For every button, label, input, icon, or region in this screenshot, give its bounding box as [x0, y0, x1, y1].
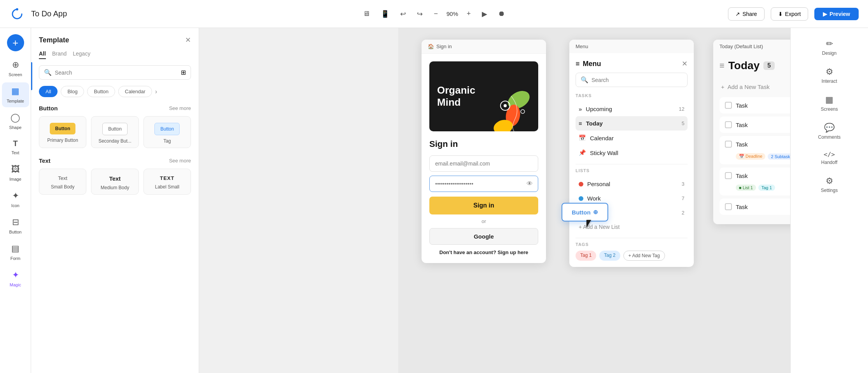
sidebar-item-template[interactable]: ▦ Template [2, 82, 29, 107]
right-sidebar-item-settings[interactable]: ⚙ Settings [814, 171, 845, 198]
add-list-button[interactable]: + Add a New List [576, 220, 688, 234]
panel-search: 🔍 ⊞ [39, 65, 191, 80]
add-tag-button[interactable]: + Add New Tag [623, 251, 665, 261]
menu-header: ≡ Menu ✕ [576, 59, 688, 68]
play-button[interactable]: ▶ [480, 7, 490, 21]
panel-title: Template [39, 36, 69, 44]
task-4-list1-badge: ■ List 1 [736, 185, 756, 191]
chip-calendar[interactable]: Calendar [118, 86, 152, 97]
menu-item-calendar[interactable]: 📅 Calendar [576, 131, 688, 145]
task-4-checkbox[interactable] [725, 172, 732, 179]
today-menu-icon: ≡ [719, 61, 724, 71]
tag1-badge[interactable]: Tag 1 [576, 251, 596, 261]
add-screen-button[interactable]: + [7, 34, 24, 51]
primary-button-label: Primary Button [47, 138, 78, 143]
chip-all[interactable]: All [39, 86, 58, 97]
filter-chips: All Blog Button Calendar › [39, 86, 191, 97]
sidebar-item-button[interactable]: ⊟ Button [2, 213, 29, 238]
task-3-checkbox[interactable] [725, 141, 732, 148]
right-sidebar-item-handoff[interactable]: </> Handoff [814, 146, 845, 170]
task-5-checkbox[interactable] [725, 203, 732, 210]
active-indicator [31, 62, 32, 90]
mobile-view-button[interactable]: 📱 [378, 7, 392, 21]
sidebar-item-magic[interactable]: ✦ Magic [2, 266, 29, 291]
signin-button[interactable]: Sign in [429, 197, 538, 214]
tab-legacy[interactable]: Legacy [73, 51, 90, 59]
upcoming-icon: » [579, 106, 582, 112]
comments-label: Comments [818, 134, 840, 140]
panel-tabs: All Brand Legacy [39, 51, 191, 59]
home-icon: 🏠 [428, 44, 434, 49]
preview-button[interactable]: ▶ Preview [814, 8, 859, 20]
panel-header: Template ✕ [39, 36, 191, 44]
chips-scroll-right[interactable]: › [155, 88, 157, 95]
menu-search-input[interactable] [592, 77, 682, 83]
right-sidebar-item-screens[interactable]: ▦ Screens [814, 90, 845, 117]
zoom-out-button[interactable]: − [431, 7, 440, 20]
sidebar-item-text[interactable]: T Text [2, 135, 29, 159]
lists-section-label: LISTS [576, 168, 688, 173]
form-icon: ▤ [11, 244, 19, 254]
text-see-more[interactable]: See more [169, 158, 191, 164]
sidebar-item-form[interactable]: ▤ Form [2, 240, 29, 265]
export-button[interactable]: ⬇ Export [771, 7, 808, 21]
svg-point-5 [504, 104, 507, 107]
task-2-checkbox[interactable] [725, 121, 732, 128]
chip-blog[interactable]: Blog [61, 86, 84, 97]
search-input[interactable] [55, 70, 178, 76]
template-card-small-body[interactable]: Text Small Body [39, 169, 86, 195]
record-button[interactable]: ⏺ [496, 7, 508, 20]
sidebar-item-screen[interactable]: ⊕ Screen [2, 56, 29, 81]
template-card-secondary-button[interactable]: Button Seconday But... [91, 116, 138, 148]
today-icon: ≡ [579, 120, 582, 127]
template-card-label-small[interactable]: TEXT Label Small [144, 169, 191, 195]
right-sidebar-item-design[interactable]: ✏ Design [814, 34, 845, 61]
panel-close-button[interactable]: ✕ [185, 36, 191, 44]
menu-item-sticky-wall[interactable]: 📌 Sticky Wall [576, 145, 688, 160]
menu-title: Menu [583, 60, 601, 68]
tag2-badge[interactable]: Tag 2 [599, 251, 620, 261]
small-body-preview: Text [58, 175, 67, 181]
signup-link[interactable]: Don't have an account? Sign up here [429, 249, 538, 255]
tab-all[interactable]: All [39, 51, 46, 59]
sidebar-item-icon[interactable]: ✦ Icon [2, 187, 29, 212]
menu-close-button[interactable]: ✕ [682, 59, 688, 68]
sidebar-item-image[interactable]: 🖼 Image [2, 160, 29, 185]
app-logo[interactable] [9, 6, 25, 22]
right-sidebar-item-interact[interactable]: ⚙ Interact [814, 62, 845, 89]
undo-button[interactable]: ↩ [398, 7, 408, 21]
menu-item-upcoming[interactable]: » Upcoming 12 [576, 102, 688, 116]
button-see-more[interactable]: See more [169, 105, 191, 111]
menu-nav-label: Menu [569, 40, 694, 53]
medium-body-label: Medium Body [101, 185, 129, 190]
right-sidebar-item-comments[interactable]: 💬 Comments [814, 118, 845, 145]
task-3-deadline-badge: 📅 Deadline [736, 153, 765, 160]
menu-item-today[interactable]: ≡ Today 5 [576, 116, 688, 131]
email-input[interactable] [429, 155, 538, 172]
google-signin-button[interactable]: Google [429, 228, 538, 245]
menu-item-personal[interactable]: Personal 3 [576, 177, 688, 191]
desktop-view-button[interactable]: 🖥 [360, 7, 372, 20]
sidebar-item-shape[interactable]: ◯ Shape [2, 109, 29, 134]
redo-button[interactable]: ↪ [415, 7, 425, 21]
label-small-preview: TEXT [160, 175, 174, 181]
task-1-checkbox[interactable] [725, 102, 732, 109]
password-input[interactable] [429, 176, 538, 192]
zoom-in-button[interactable]: + [464, 7, 473, 20]
svg-point-0 [16, 8, 18, 10]
search-icon: 🔍 [44, 69, 52, 76]
menu-body: ≡ Menu ✕ 🔍 TASKS » Upcoming 12 [569, 53, 694, 267]
screens-label: Screens [821, 106, 838, 112]
share-button[interactable]: ↗ Share [728, 7, 764, 21]
screens-icon: ▦ [825, 95, 833, 105]
grid-view-icon: ⊞ [181, 69, 186, 76]
drag-button-indicator[interactable]: Button ⊕ [562, 203, 608, 221]
tab-brand[interactable]: Brand [52, 51, 66, 59]
show-password-icon[interactable]: 👁 [527, 180, 533, 187]
chip-button[interactable]: Button [87, 86, 115, 97]
template-card-primary-button[interactable]: Button Primary Button [39, 116, 86, 148]
template-card-tag[interactable]: Button Tag [144, 116, 191, 148]
button-section-title: Button [39, 105, 58, 112]
handoff-label: Handoff [821, 160, 838, 165]
template-card-medium-body[interactable]: Text Medium Body [91, 169, 138, 195]
